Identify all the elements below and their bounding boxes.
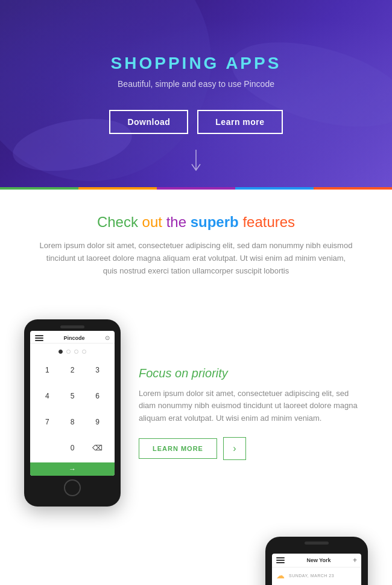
hero-buttons: Download Learn more <box>109 110 282 134</box>
pincode-feature-title: Focus on priority <box>139 366 368 380</box>
pincode-feature-row: Pincode ⊙ 1 2 3 4 5 6 7 8 9 <box>0 307 392 525</box>
features-description: Lorem ipsum dolor sit amet, consectetuer… <box>39 240 353 277</box>
out-text: out <box>142 214 162 230</box>
hero-subtitle: Beautiful, simple and easy to use Pincod… <box>109 79 282 89</box>
features-heading: Check out the superb features <box>36 214 356 231</box>
dot-1 <box>58 350 63 354</box>
pincode-header: Pincode ⊙ <box>30 331 115 344</box>
key-3[interactable]: 3 <box>85 357 110 383</box>
features-section: Check out the superb features Lorem ipsu… <box>0 190 392 307</box>
key-2[interactable]: 2 <box>60 357 85 383</box>
key-4[interactable]: 4 <box>35 383 60 409</box>
pincode-dots <box>30 344 115 357</box>
settings-icon: ⊙ <box>105 334 110 341</box>
weather-screen: New York + ☁ SUNDAY, MARCH 23 73 ° 6 MPH <box>272 554 361 585</box>
key-9[interactable]: 9 <box>85 409 110 435</box>
pincode-arrow-button[interactable]: › <box>223 437 246 460</box>
key-backspace[interactable]: ⌫ <box>85 435 110 461</box>
key-6[interactable]: 6 <box>85 383 110 409</box>
pincode-feature-actions: LEARN MORE › <box>139 437 368 460</box>
color-bar-green <box>0 187 78 190</box>
key-8[interactable]: 8 <box>60 409 85 435</box>
phone-home-button[interactable] <box>64 479 81 496</box>
hero-content: SHOPPING APPS Beautiful, simple and easy… <box>109 54 282 134</box>
key-1[interactable]: 1 <box>35 357 60 383</box>
hero-title: SHOPPING APPS <box>109 54 282 73</box>
color-bar <box>0 187 392 190</box>
weather-phone-mockup: New York + ☁ SUNDAY, MARCH 23 73 ° 6 MPH <box>265 537 368 585</box>
weather-menu-icon <box>276 557 285 563</box>
superb-text: superb <box>191 214 239 230</box>
hero-section: SHOPPING APPS Beautiful, simple and easy… <box>0 0 392 187</box>
pincode-keypad: 1 2 3 4 5 6 7 8 9 0 ⌫ <box>30 357 115 460</box>
weather-screen-header: New York + <box>272 554 361 567</box>
weather-date-text: SUNDAY, MARCH 23 <box>289 574 334 578</box>
features-text: features <box>242 214 295 230</box>
pincode-title: Pincode <box>63 335 84 341</box>
check-text: Check <box>97 214 138 230</box>
pincode-submit-button[interactable]: → <box>30 462 115 476</box>
key-5[interactable]: 5 <box>60 383 85 409</box>
color-bar-blue <box>235 187 314 190</box>
weather-cloud-icon: ☁ <box>276 571 286 580</box>
weather-feature-row: New York Weather Lorem ipsum dolor sit a… <box>0 525 392 585</box>
key-7[interactable]: 7 <box>35 409 60 435</box>
phone-speaker <box>60 325 84 328</box>
color-bar-red <box>314 187 392 190</box>
weather-temperature: 73 <box>278 581 313 585</box>
pincode-learn-more-button[interactable]: LEARN MORE <box>139 438 217 459</box>
menu-icon <box>35 335 43 341</box>
dot-2 <box>66 350 71 354</box>
pincode-phone-mockup: Pincode ⊙ 1 2 3 4 5 6 7 8 9 <box>24 319 121 507</box>
dot-3 <box>74 350 78 354</box>
learn-more-button[interactable]: Learn more <box>197 110 282 134</box>
weather-temperature-row: 73 ° <box>272 581 361 585</box>
color-bar-orange <box>78 187 157 190</box>
pincode-screen: Pincode ⊙ 1 2 3 4 5 6 7 8 9 <box>30 331 115 476</box>
the-text: the <box>166 214 186 230</box>
key-empty <box>35 435 60 461</box>
key-0[interactable]: 0 <box>60 435 85 461</box>
pincode-feature-text: Focus on priority Lorem ipsum dolor sit … <box>139 366 368 460</box>
hero-scroll-arrow <box>187 150 205 176</box>
weather-phone-speaker <box>305 542 329 545</box>
dot-4 <box>82 350 86 354</box>
pincode-feature-description: Lorem ipsum dolor sit amet, consectetuer… <box>139 388 368 425</box>
download-button[interactable]: Download <box>109 110 188 134</box>
color-bar-purple <box>157 187 235 190</box>
weather-city-label: New York <box>306 557 330 563</box>
weather-add-icon: + <box>353 557 357 564</box>
